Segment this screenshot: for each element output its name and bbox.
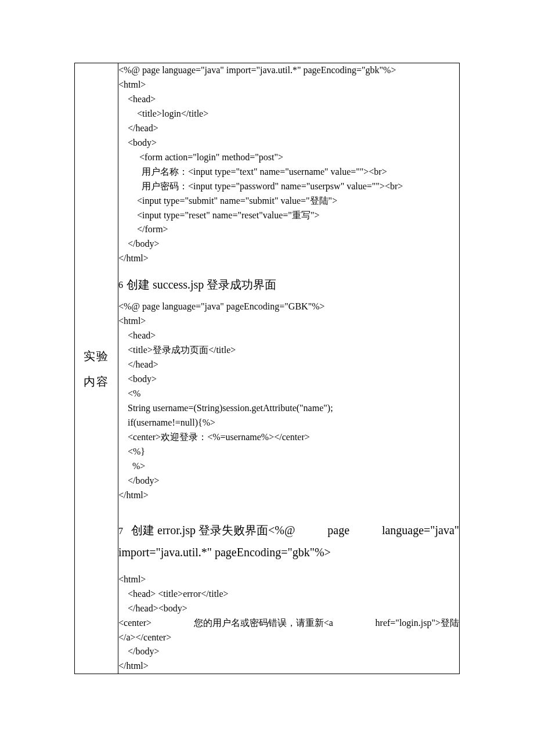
heading-text: 创建 success.jsp 登录成功界面: [127, 278, 276, 291]
code-part-b: 您的用户名或密码错误，请重新<a: [194, 616, 333, 631]
code-line: </body>: [118, 645, 459, 659]
code-line: <html>: [118, 573, 459, 587]
code-line: </a></center>: [118, 631, 459, 645]
label-line-2: 内容: [75, 369, 118, 394]
code-line: %>: [118, 459, 459, 474]
heading-number: 6: [118, 280, 123, 290]
code-line: </head>: [118, 358, 459, 372]
code-line: <center>欢迎登录：<%=username%></center>: [118, 430, 459, 445]
heading-number: 7: [118, 526, 123, 536]
document-table: 实验 内容 <%@ page language="java" import="j…: [74, 63, 460, 674]
code-line: <input type="submit" name="submit" value…: [118, 194, 459, 208]
section-heading-7-line1: 7创建 error.jsp 登录失败界面<%@ page language="j…: [118, 519, 459, 541]
code-line: <body>: [118, 372, 459, 387]
code-line: </body>: [118, 474, 459, 488]
code-line: 用户名称：<input type="text" name="username" …: [118, 165, 459, 179]
code-line: </html>: [118, 251, 459, 266]
code-line: <input type="reset" name="reset"value="重…: [118, 208, 459, 223]
content-cell: <%@ page language="java" import="java.ut…: [118, 63, 460, 674]
code-line: <%: [118, 387, 459, 401]
code-line: <%@ page language="java" pageEncoding="G…: [118, 300, 459, 314]
code-line: <head>: [118, 92, 459, 107]
heading-part-c: language="java": [382, 519, 459, 541]
code-line: if(username!=null){%>: [118, 416, 459, 430]
code-line: <%@ page language="java" import="java.ut…: [118, 63, 459, 78]
code-part-a: <center>: [118, 616, 151, 631]
code-line: </head><body>: [118, 602, 459, 616]
code-line: <html>: [118, 314, 459, 329]
heading-part-a: 创建 error.jsp 登录失败界面<%@: [131, 524, 295, 537]
code-line: 用户密码：<input type="password" name="userps…: [118, 179, 459, 194]
code-line: </html>: [118, 659, 459, 674]
code-line: </head>: [118, 121, 459, 136]
heading-part-b: page: [327, 519, 349, 541]
code-line: <head>: [118, 329, 459, 343]
code-line: String username=(String)session.getAttri…: [118, 401, 459, 416]
section-heading-6: 6创建 success.jsp 登录成功界面: [118, 276, 459, 293]
code-line: </body>: [118, 237, 459, 251]
code-line: <html>: [118, 78, 459, 92]
code-line: <title>login</title>: [118, 107, 459, 121]
code-line: </html>: [118, 488, 459, 503]
code-line: </form>: [118, 222, 459, 237]
code-line: <%}: [118, 445, 459, 459]
code-line: <form action="login" method="post">: [118, 150, 459, 165]
code-line: <head> <title>error</title>: [118, 587, 459, 602]
left-label-cell: 实验 内容: [75, 63, 118, 674]
code-line-justified: <center> 您的用户名或密码错误，请重新<a href="login.js…: [118, 616, 459, 631]
code-line: <body>: [118, 136, 459, 150]
section-heading-7-line2: import="java.util.*" pageEncoding="gbk"%…: [118, 541, 459, 563]
code-part-c: href="login.jsp">登陆: [376, 616, 459, 631]
code-line: <title>登录成功页面</title>: [118, 343, 459, 358]
label-line-1: 实验: [75, 343, 118, 369]
